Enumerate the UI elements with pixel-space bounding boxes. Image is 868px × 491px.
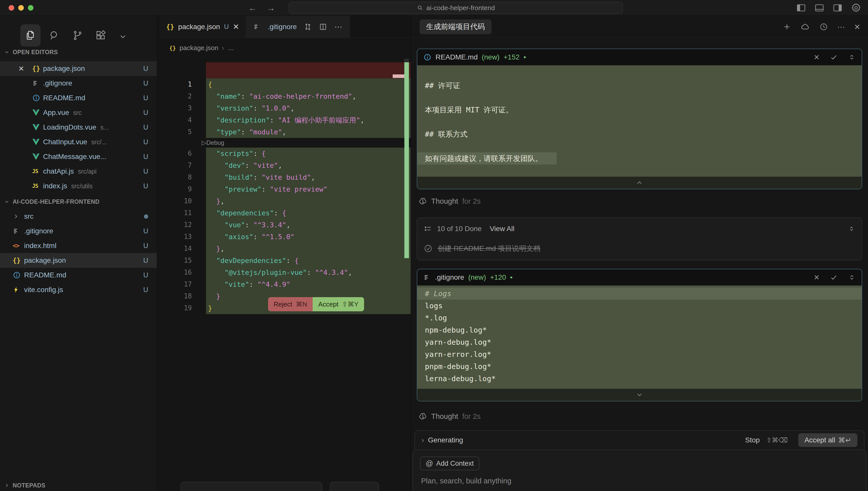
open-editor-item[interactable]: JSchatApi.jssrc/apiU (0, 164, 157, 179)
code-line: "version": "1.0.0", (206, 102, 411, 114)
line-number: 19 (157, 302, 206, 314)
reject-file-icon[interactable]: ✕ (814, 273, 820, 282)
file-name: README.md (43, 94, 85, 102)
chat-tab[interactable]: 生成前端项目代码 (419, 20, 491, 34)
chat-more-icon[interactable]: ⋯ (837, 23, 845, 31)
chat-close-icon[interactable]: ✕ (854, 23, 860, 31)
untracked-badge: U (143, 94, 148, 102)
codelens-debug[interactable]: ▷Debug (157, 138, 411, 148)
open-editor-item[interactable]: .gitignoreU (0, 76, 157, 91)
open-changes-icon[interactable] (304, 23, 312, 31)
views-chevron-down-icon[interactable] (118, 32, 127, 41)
checklist-icon (424, 225, 432, 233)
todo-progress-row: 10 of 10 Done View All (417, 218, 862, 240)
close-window-button[interactable] (9, 5, 14, 11)
readme-diff-header[interactable]: README.md (new) +152 • ✕ (417, 49, 862, 65)
explorer-icon[interactable] (25, 30, 36, 41)
gitignore-diff-header[interactable]: .gitignore (new) +120 • ✕ (417, 269, 862, 286)
file-path: src/utils (71, 182, 93, 190)
open-editor-item[interactable]: ChatMessage.vue...U (0, 149, 157, 164)
command-center[interactable]: ai-code-helper-frontend (289, 2, 623, 14)
view-all-link[interactable]: View All (490, 225, 515, 233)
new-chat-icon[interactable] (783, 23, 791, 31)
breadcrumb[interactable]: {} package.json › … (157, 38, 411, 58)
todo-expand-icon[interactable] (848, 225, 855, 232)
close-tab-icon[interactable]: ✕ (233, 22, 239, 31)
code-line-row: 15 "devDependencies": { (157, 255, 411, 266)
settings-gear-icon[interactable] (851, 3, 861, 13)
accept-button[interactable]: Accept⇧⌘Y (313, 297, 364, 311)
chat-composer[interactable]: @ Add Context Plan, search, build anythi… (412, 450, 866, 491)
file-name: index.html (24, 242, 56, 250)
add-context-button[interactable]: @ Add Context (420, 457, 479, 470)
todo-item-row[interactable]: 创建 README.md 项目说明文档 (417, 240, 862, 257)
tree-item[interactable]: <>index.htmlU (0, 238, 157, 253)
thought-row[interactable]: Thought for 2s (418, 412, 481, 421)
toggle-bottom-panel-icon[interactable] (814, 3, 824, 13)
untracked-badge: U (143, 138, 148, 146)
file-path: src/api (78, 168, 97, 175)
zoom-window-button[interactable] (28, 5, 33, 11)
split-editor-icon[interactable] (319, 23, 327, 31)
tab-gitignore[interactable]: .gitignore (268, 23, 297, 31)
close-editor-icon[interactable]: ✕ (0, 64, 32, 73)
code-line-row: 6 "scripts": { (157, 148, 411, 160)
stop-button[interactable]: Stop (745, 436, 760, 444)
thought-row[interactable]: Thought for 2s (418, 197, 481, 205)
reject-button[interactable]: Reject⌘N (268, 297, 313, 311)
history-icon[interactable] (819, 22, 828, 31)
forward-button[interactable]: → (267, 3, 275, 13)
search-view-icon[interactable] (49, 30, 60, 41)
expand-card-icon[interactable] (848, 273, 856, 281)
accept-all-button[interactable]: Accept all⌘↵ (798, 433, 857, 447)
braces-icon: {} (13, 257, 24, 264)
toggle-left-panel-icon[interactable] (796, 3, 806, 13)
open-editor-item[interactable]: App.vuesrcU (0, 105, 157, 120)
file-path: s... (100, 124, 109, 131)
reject-file-icon[interactable]: ✕ (814, 53, 820, 61)
tree-item[interactable]: .gitignoreU (0, 224, 157, 238)
source-control-icon[interactable] (72, 30, 83, 41)
open-editors-header[interactable]: OPEN EDITORS (0, 45, 157, 59)
line-number: 7 (157, 160, 206, 171)
accept-file-icon[interactable] (830, 53, 838, 61)
cloud-icon[interactable] (801, 22, 810, 32)
expand-generating-icon[interactable]: › (422, 436, 424, 444)
tab-package-json[interactable]: {} package.json U ✕ (160, 16, 246, 38)
at-icon: @ (426, 459, 433, 468)
window-controls (9, 5, 33, 11)
code-line-row: 9 "preview": "vite preview" (157, 183, 411, 195)
info-icon (13, 271, 24, 279)
bottom-popup-fragment (330, 482, 379, 491)
untracked-badge: U (143, 65, 148, 73)
open-editor-item[interactable]: ✕{}package.jsonU (0, 61, 157, 76)
open-editor-item[interactable]: JSindex.jssrc/utilsU (0, 179, 157, 193)
open-editor-item[interactable]: README.mdU (0, 91, 157, 105)
file-name: LoadingDots.vue (43, 123, 96, 132)
brain-icon (418, 197, 427, 205)
minimize-window-button[interactable] (18, 5, 24, 11)
collapse-card-button[interactable] (417, 177, 862, 189)
file-name: src (24, 212, 33, 221)
diff-line (417, 92, 862, 104)
tree-item[interactable]: src (0, 209, 157, 224)
tree-item[interactable]: vite.config.jsU (0, 283, 157, 297)
tree-item[interactable]: README.mdU (0, 268, 157, 283)
expand-card-button[interactable] (417, 389, 862, 401)
back-button[interactable]: ← (248, 3, 257, 13)
code-line-row: 12 "vue": "^3.3.4", (157, 219, 411, 231)
toggle-right-panel-icon[interactable] (833, 3, 843, 13)
expand-card-icon[interactable] (848, 53, 856, 61)
file-name: vite.config.js (24, 286, 63, 294)
open-editor-item[interactable]: ChatInput.vuesrc/...U (0, 135, 157, 149)
more-actions-icon[interactable]: ⋯ (334, 22, 342, 32)
line-number: 3 (157, 102, 206, 114)
untracked-badge: U (143, 271, 148, 279)
tree-item[interactable]: {}package.jsonU (0, 253, 157, 268)
notepads-header[interactable]: NOTEPADS (0, 478, 157, 491)
extensions-icon[interactable] (95, 30, 106, 41)
code-editor[interactable]: 1{2 "name": "ai-code-helper-frontend",3 … (157, 58, 411, 314)
accept-file-icon[interactable] (830, 273, 838, 282)
project-root-header[interactable]: AI-CODE-HELPER-FRONTEND (0, 194, 157, 209)
open-editor-item[interactable]: LoadingDots.vues...U (0, 120, 157, 135)
